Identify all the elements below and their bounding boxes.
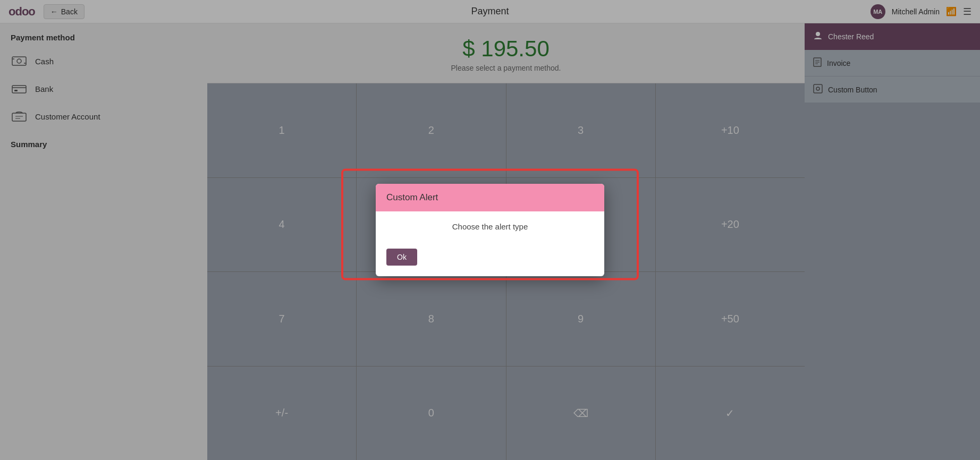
ok-button[interactable]: Ok [386, 249, 417, 266]
modal-message: Choose the alert type [452, 222, 528, 231]
modal-title: Custom Alert [386, 192, 438, 202]
modal-body: Choose the alert type [376, 211, 604, 242]
modal-header: Custom Alert [376, 184, 604, 211]
custom-alert-modal: Custom Alert Choose the alert type Ok [376, 184, 604, 276]
modal-overlay: Custom Alert Choose the alert type Ok [0, 0, 980, 460]
modal-footer: Ok [376, 242, 604, 276]
